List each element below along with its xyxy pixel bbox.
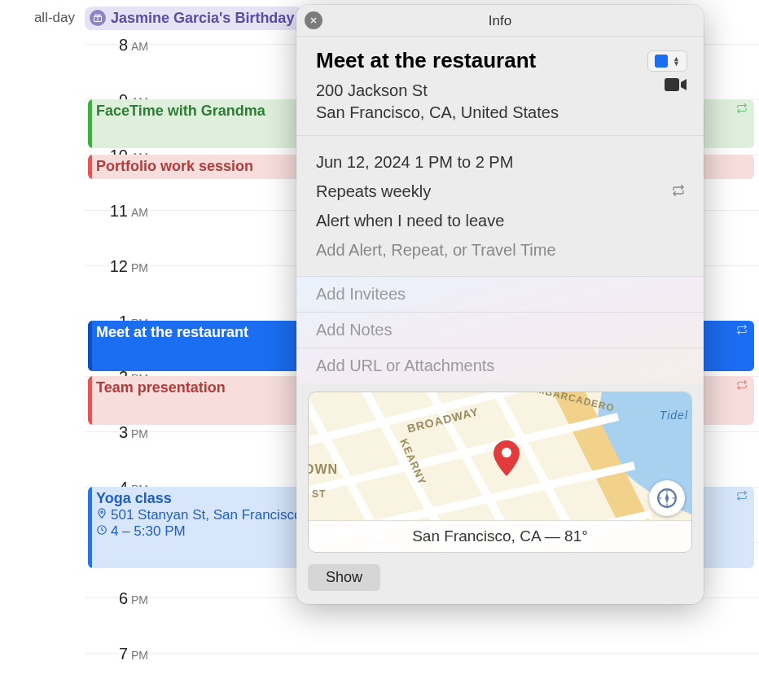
map-caption: San Francisco, CA — 81°: [309, 520, 691, 552]
hour-label: 11AM: [85, 202, 148, 221]
clock-icon: [96, 523, 107, 540]
repeat-icon: [735, 379, 749, 394]
close-button[interactable]: [305, 11, 322, 29]
placeholder-links: Add Invitees Add Notes Add URL or Attach…: [296, 277, 704, 383]
popover-header: Info: [296, 5, 704, 37]
svg-point-1: [101, 511, 103, 513]
map-section: BROADWAY KEARNY EMBARCADERO Tidel OWN ST…: [296, 383, 704, 556]
map-view[interactable]: BROADWAY KEARNY EMBARCADERO Tidel OWN ST…: [308, 392, 692, 553]
map-label-own: OWN: [308, 462, 338, 477]
hour-label: 6PM: [85, 589, 148, 608]
title-section: Meet at the restaurant ▲▼ 200 Jackson St…: [296, 37, 704, 136]
event-info-popover: Info Meet at the restaurant ▲▼ 200 Jacks…: [296, 5, 704, 604]
date-time-row[interactable]: Jun 12, 2024 1 PM to 2 PM: [316, 147, 687, 177]
map-label-st: ST: [312, 488, 326, 500]
chevron-updown-icon: ▲▼: [673, 56, 680, 66]
map-compass-button[interactable]: [649, 480, 685, 516]
video-call-button[interactable]: [665, 77, 687, 96]
datetime-section: Jun 12, 2024 1 PM to 2 PM Repeats weekly…: [296, 136, 704, 277]
popover-title: Info: [489, 13, 511, 28]
repeats-row[interactable]: Repeats weekly: [316, 177, 687, 206]
map-label-tidel: Tidel: [660, 409, 688, 422]
svg-rect-3: [665, 78, 679, 91]
show-button[interactable]: Show: [308, 564, 380, 591]
gift-icon: [90, 10, 106, 26]
repeat-icon: [735, 324, 749, 339]
svg-point-13: [502, 448, 511, 457]
calendar-color-swatch: [655, 55, 668, 68]
hour-label: 8AM: [85, 36, 148, 55]
svg-marker-15: [665, 493, 669, 504]
map-pin-icon: [493, 440, 520, 479]
add-notes-button[interactable]: Add Notes: [296, 313, 704, 348]
add-invitees-button[interactable]: Add Invitees: [296, 277, 704, 313]
add-alert-row[interactable]: Add Alert, Repeat, or Travel Time: [316, 235, 687, 265]
event-location[interactable]: 200 Jackson St San Francisco, CA, United…: [316, 80, 687, 124]
all-day-event-title: Jasmine Garcia's Birthday: [111, 10, 294, 27]
hour-label: 12PM: [85, 257, 148, 276]
hour-label: 7PM: [85, 645, 148, 663]
repeat-icon: [735, 490, 749, 505]
popover-footer: Show: [296, 556, 704, 604]
event-title-text[interactable]: Meet at the restaurant: [316, 48, 536, 73]
repeat-icon: [669, 177, 687, 206]
all-day-event[interactable]: Jasmine Garcia's Birthday: [85, 7, 302, 30]
alert-row[interactable]: Alert when I need to leave: [316, 206, 687, 235]
repeat-icon: [735, 103, 749, 117]
hour-label: 3PM: [85, 423, 148, 442]
add-url-button[interactable]: Add URL or Attachments: [296, 348, 704, 383]
all-day-label: all-day: [18, 10, 75, 26]
calendar-color-picker[interactable]: ▲▼: [647, 50, 687, 72]
location-pin-icon: [96, 507, 107, 523]
